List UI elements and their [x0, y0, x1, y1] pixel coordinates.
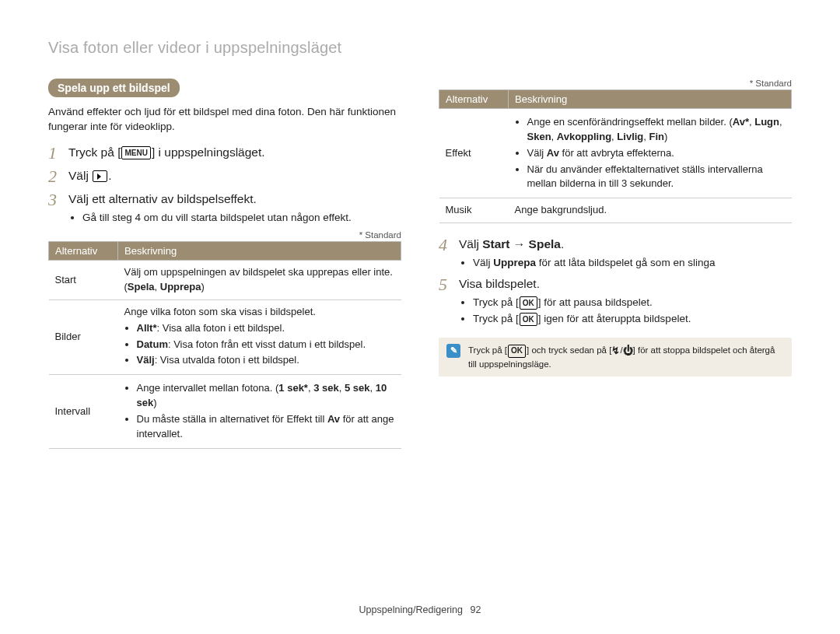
ok-icon: OK	[520, 296, 537, 310]
option-key: Effekt	[439, 109, 509, 198]
step-text: Välj	[68, 169, 92, 182]
section-heading: Spela upp ett bildspel	[48, 79, 180, 97]
timer-icon: ⏻	[623, 344, 633, 358]
step-body: Visa bildspelet.	[459, 275, 540, 292]
options-table-left: Alternativ Beskrivning Start Välj om upp…	[48, 241, 401, 448]
table-row: Intervall Ange intervallet mellan fotona…	[49, 375, 401, 448]
step-bullet: Tryck på [OK] igen för att återuppta bil…	[473, 312, 792, 327]
step-text: .	[108, 169, 111, 182]
step-body: Välj .	[68, 167, 111, 184]
desc-bullet: Välj Av för att avbryta effekterna.	[527, 146, 786, 161]
step-number: 3	[48, 191, 68, 209]
note-icon: ✎	[446, 344, 460, 358]
desc-bullet: Ange en scenförändringseffekt mellan bil…	[527, 115, 786, 145]
desc-bullet: Ange intervallet mellan fotona. (1 sek*,…	[137, 381, 395, 411]
page-footer: Uppspelning/Redigering 92	[0, 604, 840, 615]
standard-note: * Standard	[48, 230, 401, 240]
note-block: ✎ Tryck på [OK] och tryck sedan på [↯/⏻]…	[439, 338, 792, 377]
standard-note: * Standard	[439, 79, 792, 88]
flash-icon: ↯	[611, 344, 620, 358]
desc-bullet: Du måste ställa in alternativet för Effe…	[137, 412, 395, 442]
step-text: Tryck på [	[68, 145, 121, 159]
step-bullet: Tryck på [OK] för att pausa bildspelet.	[473, 296, 792, 310]
desc-bullet: Välj: Visa utvalda foton i ett bildspel.	[137, 353, 395, 368]
left-column: Spela upp ett bildspel Använd effekter o…	[48, 79, 401, 449]
step-4: 4 Välj Start → Spela.	[439, 236, 792, 254]
menu-icon: MENU	[121, 146, 150, 159]
page-title: Visa foton eller videor i uppspelningslä…	[48, 39, 792, 57]
table-row: Start Välj om uppspelningen av bildspele…	[49, 261, 401, 300]
option-desc: Ange intervallet mellan fotona. (1 sek*,…	[118, 375, 401, 448]
footer-label: Uppspelning/Redigering	[359, 604, 463, 615]
step-3: 3 Välj ett alternativ av bildspelseffekt…	[48, 191, 401, 209]
table-header: Alternativ	[439, 90, 509, 109]
ok-icon: OK	[508, 345, 526, 358]
bullet-text: Tryck på [	[473, 313, 519, 324]
option-desc: Ange en scenförändringseffekt mellan bil…	[509, 109, 792, 198]
step-text: ] i uppspelningsläget.	[152, 145, 265, 159]
desc-lead: Ange vilka foton som ska visas i bildspe…	[124, 306, 316, 317]
option-key: Musik	[439, 198, 509, 223]
table-header: Beskrivning	[509, 90, 792, 109]
table-row: Musik Ange bakgrundsljud.	[439, 198, 792, 223]
page-number: 92	[471, 604, 481, 615]
desc-bullet: När du använder effektalternativet ställ…	[527, 163, 786, 192]
option-desc: Ange vilka foton som ska visas i bildspe…	[118, 299, 401, 374]
slideshow-icon	[93, 170, 107, 182]
step-5: 5 Visa bildspelet.	[439, 275, 792, 294]
bullet-text: ] för att pausa bildspelet.	[538, 296, 653, 308]
table-header: Beskrivning	[118, 242, 401, 261]
step-body: Välj ett alternativ av bildspelseffekt.	[68, 191, 257, 208]
step-number: 4	[439, 236, 459, 254]
table-row: Effekt Ange en scenförändringseffekt mel…	[439, 109, 792, 198]
step-body: Välj Start → Spela.	[459, 236, 564, 253]
option-desc: Välj om uppspelningen av bildspelet ska …	[118, 261, 401, 300]
step-bullet: Välj Upprepa för att låta bildspelet gå …	[473, 256, 792, 271]
desc-bullet: Datum: Visa foton från ett visst datum i…	[137, 338, 395, 352]
note-text: Tryck på [OK] och tryck sedan på [↯/⏻] f…	[468, 344, 784, 370]
option-key: Start	[49, 261, 118, 300]
step-2: 2 Välj .	[48, 167, 401, 186]
table-row: Bilder Ange vilka foton som ska visas i …	[49, 299, 401, 374]
ok-icon: OK	[520, 313, 537, 326]
step-body: Tryck på [MENU] i uppspelningsläget.	[68, 144, 265, 161]
option-key: Intervall	[49, 375, 118, 448]
desc-bullet: Allt*: Visa alla foton i ett bildspel.	[137, 321, 395, 336]
options-table-right: Alternativ Beskrivning Effekt Ange en sc…	[439, 89, 792, 223]
table-header: Alternativ	[49, 242, 118, 261]
intro-text: Använd effekter och ljud för ett bildspe…	[48, 105, 401, 135]
step-number: 5	[439, 275, 459, 294]
step-1: 1 Tryck på [MENU] i uppspelningsläget.	[48, 144, 401, 163]
bullet-text: ] igen för att återuppta bildspelet.	[538, 313, 691, 324]
option-desc: Ange bakgrundsljud.	[509, 198, 792, 223]
step-3-sub: Gå till steg 4 om du vill starta bildspe…	[68, 211, 401, 226]
bullet-text: Tryck på [	[473, 296, 519, 308]
step-number: 1	[48, 144, 68, 163]
step-5-sub: Tryck på [OK] för att pausa bildspelet. …	[459, 296, 792, 327]
step-4-sub: Välj Upprepa för att låta bildspelet gå …	[459, 256, 792, 271]
option-key: Bilder	[49, 299, 118, 374]
right-column: * Standard Alternativ Beskrivning Effekt…	[439, 79, 792, 449]
step-number: 2	[48, 167, 68, 186]
step-bullet: Gå till steg 4 om du vill starta bildspe…	[82, 211, 401, 226]
